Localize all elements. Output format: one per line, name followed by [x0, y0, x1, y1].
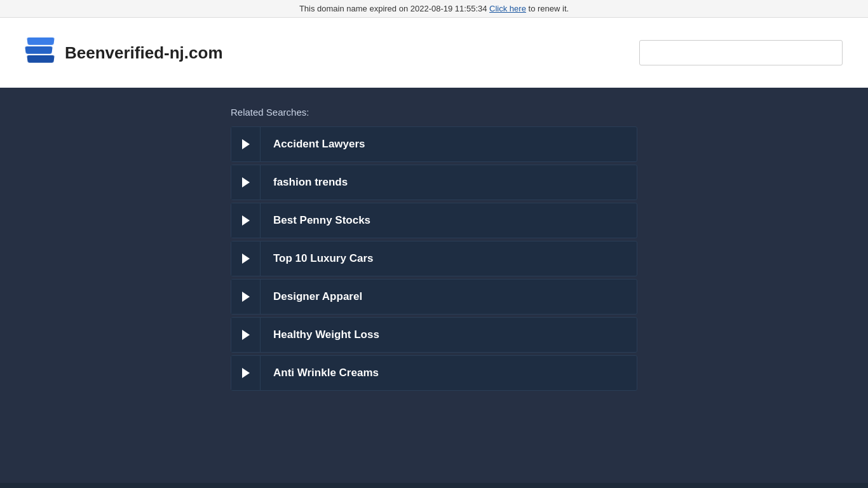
- play-icon: [242, 292, 250, 302]
- search-item-arrow-icon: [231, 165, 261, 200]
- main-content: Related Searches: Accident Lawyersfashio…: [0, 88, 868, 483]
- search-item[interactable]: Healthy Weight Loss: [231, 317, 637, 353]
- search-item-label: fashion trends: [261, 176, 360, 189]
- play-icon: [242, 368, 250, 378]
- search-item-arrow-icon: [231, 280, 261, 314]
- notification-text: This domain name expired on 2022-08-19 1…: [299, 4, 487, 13]
- logo-layer-mid: [25, 46, 53, 54]
- notification-bar: This domain name expired on 2022-08-19 1…: [0, 0, 868, 18]
- related-searches-heading: Related Searches:: [231, 107, 637, 118]
- play-icon: [242, 139, 250, 149]
- search-item[interactable]: Top 10 Luxury Cars: [231, 241, 637, 276]
- bg-pattern: [0, 88, 191, 183]
- center-panel: Related Searches: Accident Lawyersfashio…: [218, 88, 650, 410]
- logo-layer-top: [27, 37, 55, 45]
- search-list: Accident Lawyersfashion trendsBest Penny…: [231, 126, 637, 391]
- search-item[interactable]: Anti Wrinkle Creams: [231, 355, 637, 391]
- logo-area: Beenverified-nj.com: [25, 37, 223, 68]
- search-area: [639, 40, 843, 65]
- search-item-label: Accident Lawyers: [261, 138, 378, 151]
- notification-suffix: to renew it.: [529, 4, 569, 13]
- search-item-label: Best Penny Stocks: [261, 214, 383, 227]
- search-item-label: Anti Wrinkle Creams: [261, 367, 391, 379]
- search-item-label: Designer Apparel: [261, 290, 375, 303]
- search-item-arrow-icon: [231, 203, 261, 238]
- play-icon: [242, 330, 250, 340]
- search-item-arrow-icon: [231, 241, 261, 276]
- header: Beenverified-nj.com: [0, 18, 868, 88]
- search-item-arrow-icon: [231, 127, 261, 161]
- footer-bar: Related Searches: Accident Lawyersfashio…: [0, 483, 868, 488]
- play-icon: [242, 254, 250, 264]
- logo-layer-bot: [27, 55, 55, 63]
- search-input[interactable]: [639, 40, 843, 65]
- play-icon: [242, 177, 250, 187]
- search-item[interactable]: Best Penny Stocks: [231, 203, 637, 238]
- search-item[interactable]: fashion trends: [231, 165, 637, 200]
- play-icon: [242, 215, 250, 226]
- search-item-label: Healthy Weight Loss: [261, 329, 392, 341]
- search-item-arrow-icon: [231, 318, 261, 352]
- search-item[interactable]: Accident Lawyers: [231, 126, 637, 162]
- search-item-arrow-icon: [231, 356, 261, 390]
- renew-link[interactable]: Click here: [489, 4, 526, 13]
- logo-icon: [25, 37, 56, 68]
- site-title: Beenverified-nj.com: [65, 43, 223, 63]
- search-item-label: Top 10 Luxury Cars: [261, 252, 386, 265]
- search-item[interactable]: Designer Apparel: [231, 279, 637, 315]
